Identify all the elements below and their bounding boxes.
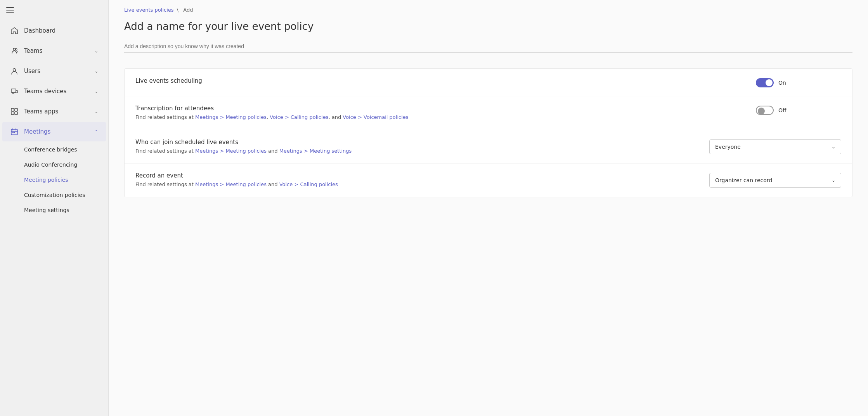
chevron-down-icon: ⌄ <box>832 178 835 183</box>
setting-description: Find related settings at Meetings > Meet… <box>135 147 702 155</box>
sidebar-item-users[interactable]: Users ⌄ <box>2 61 106 81</box>
dropdown-value: Everyone <box>715 144 741 150</box>
meetings-icon <box>10 127 19 136</box>
setting-info: Record an event Find related settings at… <box>135 172 702 188</box>
sidebar-subitem-conference-bridges[interactable]: Conference bridges <box>2 142 106 157</box>
breadcrumb-current: Add <box>183 7 193 13</box>
link-meetings-meeting-policies-2[interactable]: Meetings > Meeting policies <box>195 148 267 154</box>
svg-point-0 <box>13 48 16 50</box>
link-voice-calling-policies-2[interactable]: Voice > Calling policies <box>279 181 338 187</box>
link-voice-voicemail-policies[interactable]: Voice > Voicemail policies <box>343 114 408 120</box>
sidebar-subitem-meeting-settings[interactable]: Meeting settings <box>2 203 106 218</box>
setting-transcription: Transcription for attendees Find related… <box>125 96 852 130</box>
sidebar-item-label: Dashboard <box>24 27 98 34</box>
breadcrumb-parent[interactable]: Live events policies <box>124 7 174 13</box>
svg-rect-11 <box>14 132 15 133</box>
setting-description: Find related settings at Meetings > Meet… <box>135 113 748 121</box>
chevron-down-icon: ⌄ <box>95 69 98 74</box>
sidebar: Dashboard Teams ⌄ Us <box>0 0 109 416</box>
live-events-scheduling-toggle[interactable] <box>756 78 774 87</box>
teams-icon <box>10 47 19 55</box>
setting-live-events-scheduling: Live events scheduling On <box>125 69 852 96</box>
sidebar-item-label: Teams apps <box>24 108 89 115</box>
apps-icon <box>10 107 19 116</box>
link-meetings-meeting-settings[interactable]: Meetings > Meeting settings <box>279 148 352 154</box>
setting-info: Live events scheduling <box>135 77 748 86</box>
svg-point-1 <box>16 49 17 50</box>
devices-icon <box>10 87 19 96</box>
setting-record-event: Record an event Find related settings at… <box>125 164 852 197</box>
sidebar-item-meetings[interactable]: Meetings ⌃ <box>2 122 106 141</box>
description-input[interactable] <box>124 40 852 53</box>
breadcrumb-separator: \ <box>177 7 180 13</box>
sidebar-item-teams-devices[interactable]: Teams devices ⌄ <box>2 82 106 101</box>
toggle-on-label: On <box>778 80 786 86</box>
svg-rect-3 <box>11 89 16 92</box>
sidebar-item-label: Users <box>24 68 89 75</box>
setting-control-dropdown-record: Organizer can record ⌄ <box>709 172 841 188</box>
setting-label: Who can join scheduled live events <box>135 139 702 146</box>
setting-control-toggle-off: Off <box>756 105 841 115</box>
link-voice-calling-policies[interactable]: Voice > Calling policies <box>270 114 328 120</box>
link-meetings-meeting-policies[interactable]: Meetings > Meeting policies <box>195 114 267 120</box>
chevron-down-icon: ⌄ <box>832 144 835 150</box>
sidebar-item-teams-apps[interactable]: Teams apps ⌄ <box>2 102 106 121</box>
sidebar-item-dashboard[interactable]: Dashboard <box>2 21 106 40</box>
setting-label: Live events scheduling <box>135 77 748 84</box>
chevron-down-icon: ⌄ <box>95 49 98 54</box>
sidebar-item-teams[interactable]: Teams ⌄ <box>2 41 106 61</box>
sidebar-header <box>0 0 108 20</box>
svg-rect-5 <box>11 108 14 111</box>
users-icon <box>10 67 19 75</box>
sidebar-navigation: Dashboard Teams ⌄ Us <box>0 20 108 416</box>
setting-control-dropdown-everyone: Everyone ⌄ <box>709 139 841 154</box>
svg-rect-4 <box>16 91 17 93</box>
record-event-dropdown[interactable]: Organizer can record ⌄ <box>709 173 841 188</box>
transcription-toggle[interactable] <box>756 106 774 115</box>
breadcrumb: Live events policies \ Add <box>109 0 868 17</box>
page-content: Add a name for your live event policy Li… <box>109 17 868 213</box>
setting-label: Record an event <box>135 172 702 179</box>
setting-info: Who can join scheduled live events Find … <box>135 139 702 155</box>
dropdown-value: Organizer can record <box>715 177 772 183</box>
sidebar-item-label: Meetings <box>24 128 89 135</box>
hamburger-menu[interactable] <box>6 7 14 13</box>
sidebar-item-label: Teams <box>24 47 89 54</box>
svg-rect-6 <box>15 108 17 111</box>
sidebar-subitem-customization-policies[interactable]: Customization policies <box>2 188 106 202</box>
page-title: Add a name for your live event policy <box>124 21 852 32</box>
setting-who-can-join: Who can join scheduled live events Find … <box>125 130 852 164</box>
home-icon <box>10 26 19 35</box>
sidebar-item-label: Teams devices <box>24 88 89 95</box>
setting-label: Transcription for attendees <box>135 105 748 112</box>
chevron-down-icon: ⌄ <box>95 109 98 114</box>
settings-section: Live events scheduling On Transcription … <box>124 68 852 197</box>
setting-info: Transcription for attendees Find related… <box>135 105 748 121</box>
toggle-off-label: Off <box>778 107 787 113</box>
setting-description: Find related settings at Meetings > Meet… <box>135 181 702 188</box>
main-content: Live events policies \ Add Add a name fo… <box>109 0 868 416</box>
sidebar-subitem-meeting-policies[interactable]: Meeting policies <box>2 172 106 187</box>
svg-point-2 <box>13 69 16 71</box>
link-meetings-meeting-policies-3[interactable]: Meetings > Meeting policies <box>195 181 267 187</box>
who-can-join-dropdown[interactable]: Everyone ⌄ <box>709 139 841 154</box>
setting-control-toggle-on: On <box>756 77 841 87</box>
svg-rect-8 <box>15 112 17 115</box>
svg-rect-7 <box>11 112 14 115</box>
chevron-down-icon: ⌄ <box>95 89 98 94</box>
svg-rect-10 <box>12 132 14 133</box>
chevron-up-icon: ⌃ <box>95 129 98 134</box>
sidebar-subitem-audio-conferencing[interactable]: Audio Conferencing <box>2 157 106 172</box>
